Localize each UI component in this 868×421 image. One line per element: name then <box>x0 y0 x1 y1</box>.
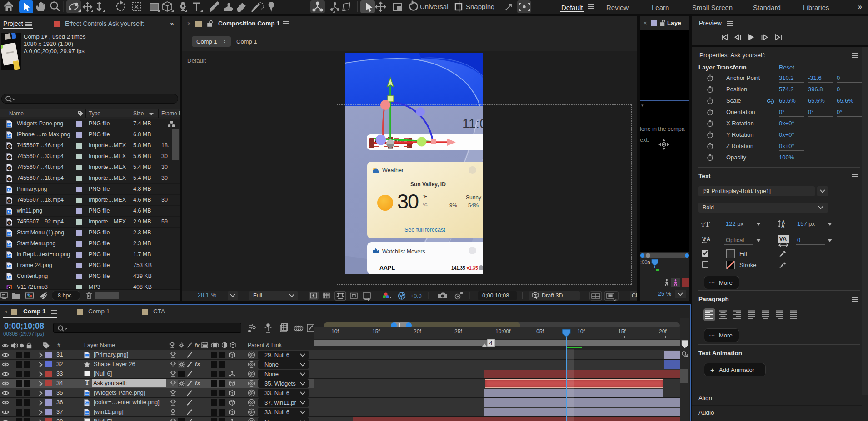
svg-text:+0.0: +0.0 <box>410 293 422 299</box>
svg-text:A: A <box>781 223 784 228</box>
svg-text:4: 4 <box>489 340 493 347</box>
svg-text:T: T <box>705 220 710 228</box>
svg-text:Snapping: Snapping <box>466 3 494 10</box>
svg-text:fx: fx <box>195 342 200 349</box>
svg-text:Universal: Universal <box>420 3 449 10</box>
svg-text:A: A <box>707 236 710 242</box>
svg-text:T: T <box>701 222 705 228</box>
